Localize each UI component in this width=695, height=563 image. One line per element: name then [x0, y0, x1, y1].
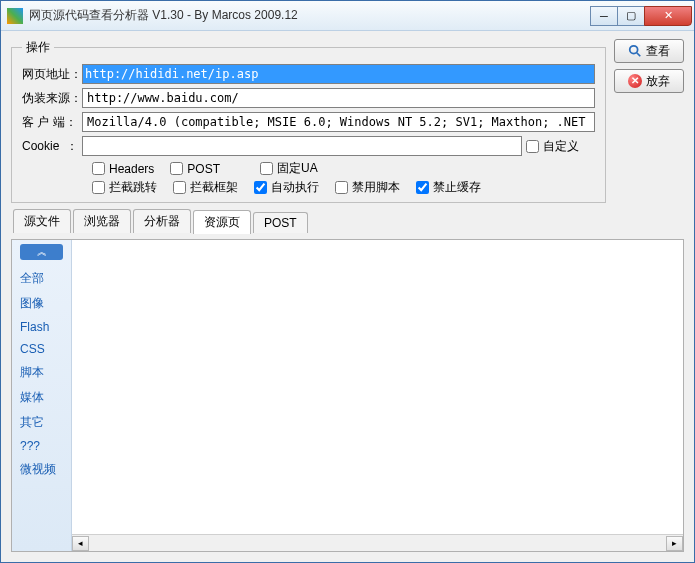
sidebar-item-microvideo[interactable]: 微视频	[14, 457, 69, 482]
cookie-label: Cookie ：	[22, 138, 82, 155]
fixua-checkbox[interactable]: 固定UA	[260, 160, 318, 177]
sidebar-item-other[interactable]: 其它	[14, 410, 69, 435]
top-row: 操作 网页地址： http://hididi.net/ip.asp 伪装来源： …	[11, 39, 684, 203]
sidebar-item-image[interactable]: 图像	[14, 291, 69, 316]
resource-list-inner[interactable]	[72, 240, 683, 534]
minimize-button[interactable]: ─	[590, 6, 618, 26]
operations-group: 操作 网页地址： http://hididi.net/ip.asp 伪装来源： …	[11, 39, 606, 203]
maximize-button[interactable]: ▢	[617, 6, 645, 26]
operations-legend: 操作	[22, 39, 54, 56]
scroll-right-button[interactable]: ▸	[666, 536, 683, 551]
autorun-checkbox[interactable]: 自动执行	[254, 179, 319, 196]
cookie-input[interactable]	[82, 136, 522, 156]
url-label: 网页地址：	[22, 66, 82, 83]
sidebar-item-css[interactable]: CSS	[14, 338, 69, 360]
close-button[interactable]: ✕	[644, 6, 692, 26]
nocache-checkbox[interactable]: 禁止缓存	[416, 179, 481, 196]
tab-post[interactable]: POST	[253, 212, 308, 233]
tab-source[interactable]: 源文件	[13, 209, 71, 233]
window-title: 网页源代码查看分析器 V1.30 - By Marcos 2009.12	[29, 7, 591, 24]
sidebar-item-flash[interactable]: Flash	[14, 316, 69, 338]
blockframe-checkbox[interactable]: 拦截框架	[173, 179, 238, 196]
options-row-2: 拦截跳转 拦截框架 自动执行 禁用脚本 禁止缓存	[92, 179, 595, 196]
cookie-row: Cookie ： 自定义	[22, 136, 595, 156]
tab-browser[interactable]: 浏览器	[73, 209, 131, 233]
collapse-button[interactable]: ︽	[20, 244, 63, 260]
abort-button[interactable]: ✕ 放弃	[614, 69, 684, 93]
referer-input[interactable]	[82, 88, 595, 108]
tab-analyzer[interactable]: 分析器	[133, 209, 191, 233]
cancel-icon: ✕	[628, 74, 642, 88]
horizontal-scrollbar[interactable]: ◂ ▸	[72, 534, 683, 551]
ua-label: 客 户 端：	[22, 114, 82, 131]
view-button[interactable]: 查看	[614, 39, 684, 63]
scroll-left-button[interactable]: ◂	[72, 536, 89, 551]
url-row: 网页地址： http://hididi.net/ip.asp	[22, 64, 595, 84]
resource-list: ◂ ▸	[72, 240, 683, 551]
svg-point-0	[630, 46, 638, 54]
ua-row: 客 户 端：	[22, 112, 595, 132]
custom-checkbox-input[interactable]	[526, 140, 539, 153]
sidebar-item-script[interactable]: 脚本	[14, 360, 69, 385]
post-checkbox[interactable]: POST	[170, 162, 220, 176]
headers-checkbox[interactable]: Headers	[92, 162, 154, 176]
window-controls: ─ ▢ ✕	[591, 6, 692, 26]
search-icon	[628, 44, 642, 58]
sidebar-item-media[interactable]: 媒体	[14, 385, 69, 410]
custom-checkbox[interactable]: 自定义	[526, 138, 579, 155]
chevron-up-icon: ︽	[37, 245, 47, 259]
url-input[interactable]: http://hididi.net/ip.asp	[82, 64, 595, 84]
app-window: 网页源代码查看分析器 V1.30 - By Marcos 2009.12 ─ ▢…	[0, 0, 695, 563]
tab-resources[interactable]: 资源页	[193, 210, 251, 234]
scroll-track[interactable]	[89, 536, 666, 551]
resource-sidebar: ︽ 全部 图像 Flash CSS 脚本 媒体 其它 ??? 微视频	[12, 240, 72, 551]
client-area: 操作 网页地址： http://hididi.net/ip.asp 伪装来源： …	[1, 31, 694, 562]
options-row-1: Headers POST 固定UA	[92, 160, 595, 177]
svg-line-1	[637, 53, 641, 57]
side-buttons: 查看 ✕ 放弃	[614, 39, 684, 203]
sidebar-item-unknown[interactable]: ???	[14, 435, 69, 457]
referer-label: 伪装来源：	[22, 90, 82, 107]
blockredirect-checkbox[interactable]: 拦截跳转	[92, 179, 157, 196]
disablescript-checkbox[interactable]: 禁用脚本	[335, 179, 400, 196]
app-icon	[7, 8, 23, 24]
content-area: ︽ 全部 图像 Flash CSS 脚本 媒体 其它 ??? 微视频 ◂ ▸	[11, 239, 684, 552]
referer-row: 伪装来源：	[22, 88, 595, 108]
sidebar-item-all[interactable]: 全部	[14, 266, 69, 291]
titlebar[interactable]: 网页源代码查看分析器 V1.30 - By Marcos 2009.12 ─ ▢…	[1, 1, 694, 31]
ua-input[interactable]	[82, 112, 595, 132]
tab-strip: 源文件 浏览器 分析器 资源页 POST	[11, 209, 684, 233]
